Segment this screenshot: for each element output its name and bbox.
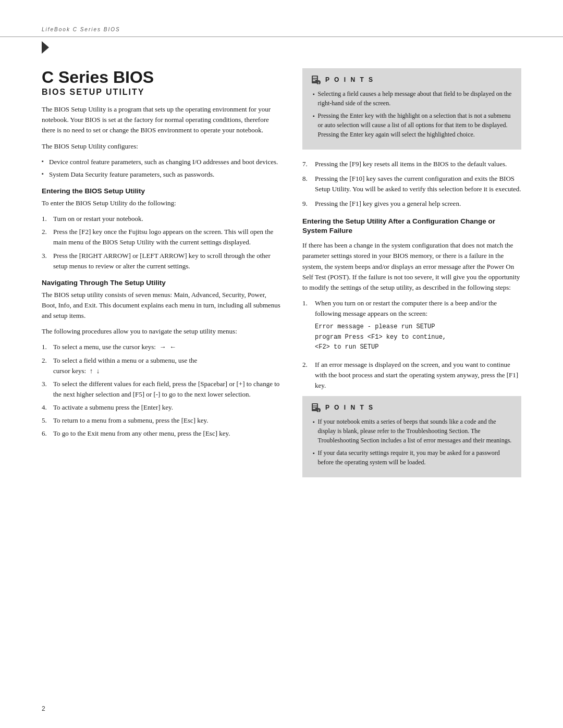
step-1-3: 3. Press the [RIGHT ARROW] or [LEFT ARRO…	[42, 251, 282, 272]
points-icon-1: !	[311, 75, 321, 85]
section3-step-2: 2. If an error message is displayed on t…	[302, 360, 521, 391]
svg-text:!: !	[318, 409, 320, 413]
svg-rect-1	[313, 77, 317, 78]
points-item-2-2: ▪ If your data security settings require…	[311, 448, 513, 467]
bullet-item-2: System Data Security feature parameters,…	[42, 169, 282, 180]
step-2-3: 3. To select the different values for ea…	[42, 379, 282, 400]
points-item-1-1: ▪ Selecting a field causes a help messag…	[311, 89, 513, 108]
step-2-6: 6. To go to the Exit menu from any other…	[42, 428, 282, 439]
step-2-5: 5. To return to a menu from a submenu, p…	[42, 415, 282, 426]
section1-heading: Entering the BIOS Setup Utility	[42, 187, 282, 195]
step-1-2: 2. Press the [F2] key once the Fujitsu l…	[42, 227, 282, 248]
header: LifeBook C Series BIOS	[0, 0, 563, 37]
right-step-7: 7. Pressing the [F9] key resets all item…	[302, 159, 521, 169]
header-triangle-decoration	[42, 41, 49, 54]
svg-rect-2	[313, 79, 317, 80]
points-title-2: P O I N T S	[325, 404, 374, 411]
step-1-1: 1. Turn on or restart your notebook.	[42, 214, 282, 224]
step-2-4: 4. To activate a submenu press the [Ente…	[42, 402, 282, 413]
section3-heading: Entering the Setup Utility After a Confi…	[302, 217, 521, 237]
page-number: 2	[42, 705, 45, 712]
section1-intro: To enter the BIOS Setup Utility do the f…	[42, 198, 282, 208]
points-item-1-2: ▪ Pressing the Enter key with the highli…	[311, 111, 513, 139]
right-column: ! P O I N T S ▪ Selecting a field causes…	[297, 68, 521, 487]
section2-para1: The BIOS setup utility consists of seven…	[42, 290, 282, 321]
section3-para: If there has been a change in the system…	[302, 240, 521, 293]
intro-para1: The BIOS Setup Utility is a program that…	[42, 104, 282, 135]
left-column: C Series BIOS BIOS SETUP UTILITY The BIO…	[42, 68, 297, 487]
code-block: Error message - please run SETUP program…	[315, 322, 521, 352]
step-2-2: 2. To select a field within a menu or a …	[42, 355, 282, 376]
points-header-1: ! P O I N T S	[311, 75, 513, 85]
svg-rect-8	[313, 406, 317, 408]
section2-para2: The following procedures allow you to na…	[42, 326, 282, 337]
svg-rect-3	[313, 80, 315, 81]
points-icon-2: !	[311, 402, 321, 413]
page-sub-title: BIOS SETUP UTILITY	[42, 88, 282, 97]
page: LifeBook C Series BIOS C Series BIOS BIO…	[0, 0, 563, 728]
svg-rect-7	[313, 404, 317, 405]
section3-step-1: 1. When you turn on or restart the compu…	[302, 298, 521, 355]
right-steps-before: 7. Pressing the [F9] key resets all item…	[302, 159, 521, 209]
section2-heading: Navigating Through The Setup Utility	[42, 279, 282, 287]
svg-text:!: !	[318, 81, 320, 85]
bullet-item-1: Device control feature parameters, such …	[42, 157, 282, 167]
points-title-1: P O I N T S	[325, 76, 374, 83]
page-main-title: C Series BIOS	[42, 68, 282, 87]
points-header-2: ! P O I N T S	[311, 402, 513, 413]
right-step-9: 9. Pressing the [F1] key gives you a gen…	[302, 199, 521, 209]
header-title: LifeBook C Series BIOS	[42, 27, 120, 32]
section3-steps: 1. When you turn on or restart the compu…	[302, 298, 521, 391]
points-box-2: ! P O I N T S ▪ If your notebook emits a…	[302, 396, 521, 477]
step-2-1: 1. To select a menu, use the cursor keys…	[42, 342, 282, 352]
points-item-2-1: ▪ If your notebook emits a series of bee…	[311, 417, 513, 445]
right-step-8: 8. Pressing the [F10] key saves the curr…	[302, 174, 521, 194]
section2-steps: 1. To select a menu, use the cursor keys…	[42, 342, 282, 439]
main-content: C Series BIOS BIOS SETUP UTILITY The BIO…	[0, 59, 563, 508]
intro-para2: The BIOS Setup Utility configures:	[42, 141, 282, 152]
points-box-1: ! P O I N T S ▪ Selecting a field causes…	[302, 68, 521, 150]
svg-rect-9	[313, 408, 315, 409]
section1-steps: 1. Turn on or restart your notebook. 2. …	[42, 214, 282, 272]
